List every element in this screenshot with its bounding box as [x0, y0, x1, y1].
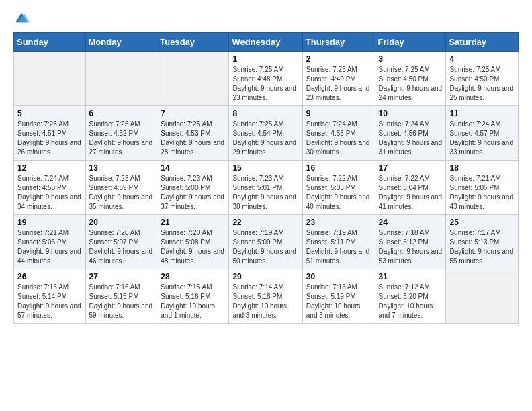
day-info: Sunrise: 7:20 AM Sunset: 5:08 PM Dayligh…	[161, 228, 225, 266]
day-number: 29	[232, 272, 298, 281]
calendar-cell: 27Sunrise: 7:16 AM Sunset: 5:15 PM Dayli…	[85, 269, 157, 324]
calendar-cell	[157, 52, 229, 106]
calendar-cell: 22Sunrise: 7:19 AM Sunset: 5:09 PM Dayli…	[229, 215, 302, 269]
calendar-cell	[14, 52, 86, 106]
day-info: Sunrise: 7:23 AM Sunset: 4:59 PM Dayligh…	[89, 174, 154, 212]
day-info: Sunrise: 7:25 AM Sunset: 4:49 PM Dayligh…	[306, 65, 371, 103]
page: SundayMondayTuesdayWednesdayThursdayFrid…	[0, 0, 532, 330]
day-number: 8	[232, 109, 298, 118]
calendar-cell: 8Sunrise: 7:25 AM Sunset: 4:54 PM Daylig…	[229, 106, 302, 161]
day-info: Sunrise: 7:24 AM Sunset: 4:58 PM Dayligh…	[17, 174, 82, 212]
week-row-5: 26Sunrise: 7:16 AM Sunset: 5:14 PM Dayli…	[14, 269, 519, 324]
day-info: Sunrise: 7:22 AM Sunset: 5:04 PM Dayligh…	[379, 174, 443, 212]
calendar-cell: 21Sunrise: 7:20 AM Sunset: 5:08 PM Dayli…	[157, 215, 229, 269]
logo-icon	[13, 11, 30, 27]
calendar-cell: 28Sunrise: 7:15 AM Sunset: 5:16 PM Dayli…	[157, 269, 229, 324]
day-number: 7	[161, 109, 225, 118]
day-info: Sunrise: 7:21 AM Sunset: 5:06 PM Dayligh…	[17, 228, 82, 266]
calendar-cell: 10Sunrise: 7:24 AM Sunset: 4:56 PM Dayli…	[375, 106, 446, 161]
calendar-cell: 19Sunrise: 7:21 AM Sunset: 5:06 PM Dayli…	[14, 215, 86, 269]
calendar-cell: 29Sunrise: 7:14 AM Sunset: 5:18 PM Dayli…	[229, 269, 302, 324]
calendar-cell: 1Sunrise: 7:25 AM Sunset: 4:48 PM Daylig…	[229, 52, 302, 106]
day-info: Sunrise: 7:14 AM Sunset: 5:18 PM Dayligh…	[232, 283, 298, 320]
header	[13, 11, 519, 27]
day-info: Sunrise: 7:25 AM Sunset: 4:51 PM Dayligh…	[17, 120, 82, 157]
day-number: 23	[306, 218, 371, 227]
calendar-cell: 11Sunrise: 7:24 AM Sunset: 4:57 PM Dayli…	[446, 106, 519, 161]
day-info: Sunrise: 7:25 AM Sunset: 4:54 PM Dayligh…	[232, 120, 298, 157]
day-info: Sunrise: 7:17 AM Sunset: 5:13 PM Dayligh…	[449, 228, 515, 266]
day-info: Sunrise: 7:18 AM Sunset: 5:12 PM Dayligh…	[379, 228, 443, 266]
calendar-cell: 18Sunrise: 7:21 AM Sunset: 5:05 PM Dayli…	[446, 161, 519, 215]
weekday-header-tuesday: Tuesday	[157, 33, 229, 52]
day-number: 28	[161, 272, 225, 281]
calendar: SundayMondayTuesdayWednesdayThursdayFrid…	[13, 32, 519, 324]
day-number: 1	[232, 54, 298, 64]
day-info: Sunrise: 7:21 AM Sunset: 5:05 PM Dayligh…	[449, 174, 515, 212]
day-info: Sunrise: 7:25 AM Sunset: 4:50 PM Dayligh…	[379, 65, 443, 103]
day-info: Sunrise: 7:25 AM Sunset: 4:50 PM Dayligh…	[449, 65, 515, 103]
day-number: 31	[379, 272, 443, 281]
week-row-1: 1Sunrise: 7:25 AM Sunset: 4:48 PM Daylig…	[14, 52, 519, 106]
calendar-cell: 16Sunrise: 7:22 AM Sunset: 5:03 PM Dayli…	[302, 161, 375, 215]
day-number: 26	[17, 272, 82, 281]
calendar-cell: 12Sunrise: 7:24 AM Sunset: 4:58 PM Dayli…	[14, 161, 86, 215]
day-info: Sunrise: 7:19 AM Sunset: 5:11 PM Dayligh…	[306, 228, 371, 266]
calendar-cell: 9Sunrise: 7:24 AM Sunset: 4:55 PM Daylig…	[302, 106, 375, 161]
weekday-header-sunday: Sunday	[14, 33, 86, 52]
calendar-cell: 13Sunrise: 7:23 AM Sunset: 4:59 PM Dayli…	[85, 161, 157, 215]
calendar-cell	[85, 52, 157, 106]
calendar-cell: 14Sunrise: 7:23 AM Sunset: 5:00 PM Dayli…	[157, 161, 229, 215]
day-info: Sunrise: 7:24 AM Sunset: 4:55 PM Dayligh…	[306, 120, 371, 157]
day-info: Sunrise: 7:25 AM Sunset: 4:52 PM Dayligh…	[89, 120, 154, 157]
day-info: Sunrise: 7:12 AM Sunset: 5:20 PM Dayligh…	[379, 283, 443, 320]
weekday-header-saturday: Saturday	[446, 33, 519, 52]
calendar-cell: 20Sunrise: 7:20 AM Sunset: 5:07 PM Dayli…	[85, 215, 157, 269]
weekday-header-wednesday: Wednesday	[229, 33, 302, 52]
day-number: 11	[449, 109, 515, 118]
day-info: Sunrise: 7:15 AM Sunset: 5:16 PM Dayligh…	[161, 283, 225, 320]
calendar-cell: 31Sunrise: 7:12 AM Sunset: 5:20 PM Dayli…	[375, 269, 446, 324]
day-info: Sunrise: 7:16 AM Sunset: 5:14 PM Dayligh…	[17, 283, 82, 320]
day-number: 10	[379, 109, 443, 118]
calendar-cell: 6Sunrise: 7:25 AM Sunset: 4:52 PM Daylig…	[85, 106, 157, 161]
calendar-cell: 24Sunrise: 7:18 AM Sunset: 5:12 PM Dayli…	[375, 215, 446, 269]
calendar-cell: 3Sunrise: 7:25 AM Sunset: 4:50 PM Daylig…	[375, 52, 446, 106]
day-number: 14	[161, 163, 225, 173]
calendar-cell: 5Sunrise: 7:25 AM Sunset: 4:51 PM Daylig…	[14, 106, 86, 161]
weekday-header-friday: Friday	[375, 33, 446, 52]
day-number: 9	[306, 109, 371, 118]
calendar-cell: 26Sunrise: 7:16 AM Sunset: 5:14 PM Dayli…	[14, 269, 86, 324]
day-info: Sunrise: 7:20 AM Sunset: 5:07 PM Dayligh…	[89, 228, 154, 266]
day-number: 19	[17, 218, 82, 227]
day-number: 5	[17, 109, 82, 118]
day-number: 21	[161, 218, 225, 227]
logo	[13, 11, 32, 27]
weekday-header-row: SundayMondayTuesdayWednesdayThursdayFrid…	[14, 33, 519, 52]
day-info: Sunrise: 7:24 AM Sunset: 4:57 PM Dayligh…	[449, 120, 515, 157]
weekday-header-thursday: Thursday	[302, 33, 375, 52]
weekday-header-monday: Monday	[85, 33, 157, 52]
day-number: 12	[17, 163, 82, 173]
day-info: Sunrise: 7:23 AM Sunset: 5:01 PM Dayligh…	[232, 174, 298, 212]
week-row-4: 19Sunrise: 7:21 AM Sunset: 5:06 PM Dayli…	[14, 215, 519, 269]
day-number: 30	[306, 272, 371, 281]
day-number: 17	[379, 163, 443, 173]
day-info: Sunrise: 7:24 AM Sunset: 4:56 PM Dayligh…	[379, 120, 443, 157]
day-info: Sunrise: 7:16 AM Sunset: 5:15 PM Dayligh…	[89, 283, 154, 320]
calendar-cell: 23Sunrise: 7:19 AM Sunset: 5:11 PM Dayli…	[302, 215, 375, 269]
calendar-cell: 17Sunrise: 7:22 AM Sunset: 5:04 PM Dayli…	[375, 161, 446, 215]
day-number: 2	[306, 54, 371, 64]
calendar-cell: 25Sunrise: 7:17 AM Sunset: 5:13 PM Dayli…	[446, 215, 519, 269]
day-number: 6	[89, 109, 154, 118]
day-number: 18	[449, 163, 515, 173]
day-number: 20	[89, 218, 154, 227]
day-info: Sunrise: 7:23 AM Sunset: 5:00 PM Dayligh…	[161, 174, 225, 212]
calendar-cell: 4Sunrise: 7:25 AM Sunset: 4:50 PM Daylig…	[446, 52, 519, 106]
calendar-cell: 30Sunrise: 7:13 AM Sunset: 5:19 PM Dayli…	[302, 269, 375, 324]
week-row-3: 12Sunrise: 7:24 AM Sunset: 4:58 PM Dayli…	[14, 161, 519, 215]
day-number: 27	[89, 272, 154, 281]
calendar-cell	[446, 269, 519, 324]
day-number: 3	[379, 54, 443, 64]
day-info: Sunrise: 7:19 AM Sunset: 5:09 PM Dayligh…	[232, 228, 298, 266]
